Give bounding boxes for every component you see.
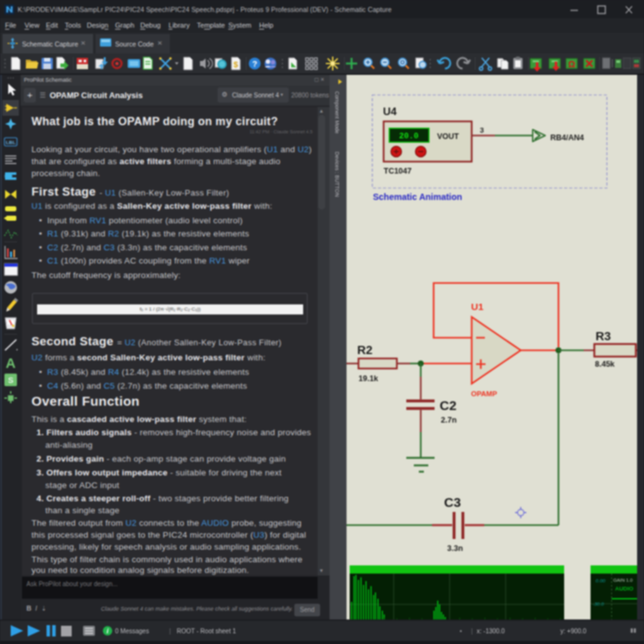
svg-text:C2: C2 — [440, 398, 457, 413]
svg-text:19.1k: 19.1k — [358, 374, 378, 383]
svg-text:RB4/AN4: RB4/AN4 — [550, 133, 584, 142]
svg-text:A: A — [6, 355, 16, 371]
svg-text:U4: U4 — [383, 106, 397, 118]
svg-text:2.7n: 2.7n — [441, 416, 457, 425]
svg-text:20.0: 20.0 — [399, 131, 418, 141]
svg-text:TC1047: TC1047 — [384, 167, 412, 175]
svg-text:Schematic Animation: Schematic Animation — [373, 192, 462, 202]
svg-text:3.3n: 3.3n — [447, 544, 463, 553]
svg-text:$: $ — [233, 60, 238, 69]
svg-text:R3: R3 — [596, 330, 611, 343]
svg-text:R2: R2 — [357, 343, 372, 357]
svg-text:?: ? — [252, 59, 257, 69]
svg-text:OPAMP: OPAMP — [471, 390, 497, 397]
svg-text:8.45k: 8.45k — [595, 360, 614, 369]
svg-text:LBL: LBL — [6, 140, 16, 145]
svg-text:Ω: Ω — [568, 59, 575, 69]
svg-text:0.00: 0.00 — [596, 578, 606, 584]
svg-text:C3: C3 — [444, 495, 461, 509]
svg-text:S: S — [8, 375, 14, 385]
svg-text:AUDIO: AUDIO — [615, 586, 633, 592]
svg-text:U1: U1 — [471, 301, 484, 312]
svg-text:GAIN 1.0: GAIN 1.0 — [613, 577, 633, 583]
svg-text:VOUT: VOUT — [437, 132, 459, 141]
svg-text:-30.0: -30.0 — [592, 601, 604, 607]
svg-text:3: 3 — [480, 126, 484, 134]
